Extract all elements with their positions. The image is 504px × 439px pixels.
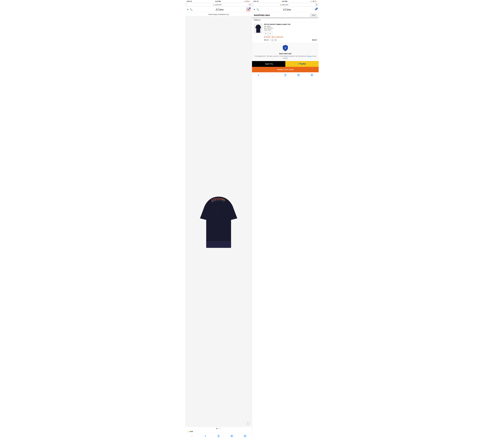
nav-bar-left: ≡ 🔍 J.Crew 🛍 1 (185, 7, 252, 12)
edit-item-button[interactable]: ✎ (264, 32, 268, 36)
refresh-btn-left[interactable]: ↻ (249, 4, 251, 6)
lightning-badge-icon: ⚡ (187, 431, 189, 432)
paypal-button[interactable]: P PayPal (285, 61, 319, 67)
dot-1[interactable] (216, 428, 217, 429)
svg-rect-26 (206, 242, 231, 248)
rewards-title: Don't miss out! (254, 53, 317, 55)
url-bar-right[interactable]: 🔒 jcrew.com (253, 3, 315, 6)
svg-point-7 (221, 198, 222, 199)
cart-badge-right: 1 (316, 8, 318, 9)
svg-point-35 (259, 25, 259, 25)
back-button-right[interactable] (252, 74, 265, 76)
nav-bar-right: ≡ 🔍 J.Crew 🛍 1 (252, 7, 319, 12)
search-icon-right[interactable]: 🔍 (256, 8, 259, 11)
svg-point-11 (214, 200, 214, 201)
battery-fill (247, 1, 247, 2)
forward-button-left[interactable] (199, 435, 212, 437)
lightning-icon-right: ⚡ (316, 1, 317, 2)
carrier-right: AT&T 4G (253, 1, 258, 2)
price-row: $98.00 x 1 ▾ $98.00 (264, 39, 317, 41)
hamburger-icon[interactable]: ≡ (187, 8, 189, 11)
left-phone: AT&T 4G 3:47 PM ⇗ ✦ ⚡ 🔒 jcrew.com ↻ ≡ (185, 0, 252, 439)
in-stock-badge: IN STOCK - ONLY A FEW LEFT (264, 36, 317, 38)
new-badge-label: NEW (190, 431, 193, 432)
checkout-button[interactable]: CHECK OUT NOW (252, 67, 319, 72)
status-icons-left: ⇗ ✦ ⚡ (244, 1, 251, 2)
time-left: 3:47 PM (215, 0, 221, 2)
apple-pay-label: Apple Pay (265, 63, 273, 65)
svg-point-15 (220, 199, 221, 200)
svg-point-18 (212, 202, 213, 202)
print-button[interactable]: PRINT (310, 14, 317, 17)
cart-badge-left: 1 (249, 7, 251, 9)
svg-point-10 (212, 201, 213, 201)
svg-point-6 (220, 198, 220, 199)
paypal-label: PayPal (300, 63, 306, 65)
bottom-nav-left (185, 433, 252, 439)
rewards-section: J Don't miss out! Free shipping (24/7, 3… (252, 43, 319, 61)
paypal-p-icon: P (298, 63, 300, 65)
bottom-nav-right (252, 72, 319, 78)
svg-point-34 (258, 25, 258, 25)
lightning-icon: ⚡ (249, 1, 251, 2)
hamburger-icon-right[interactable]: ≡ (254, 8, 255, 11)
lock-icon-right: 🔒 (280, 4, 282, 5)
forward-button-right[interactable] (265, 74, 279, 76)
svg-point-19 (213, 201, 214, 202)
remove-icon: ✕ (270, 33, 271, 34)
item-price: $98.00 (264, 39, 269, 41)
svg-point-2 (213, 199, 214, 200)
svg-point-5 (218, 198, 219, 199)
browser-bar-right: 🔒 jcrew.com ↻ (252, 3, 319, 7)
rewards-shield-icon: J (283, 45, 288, 51)
svg-point-9 (225, 200, 226, 201)
tabs-button-right[interactable] (305, 74, 319, 76)
cart-item-number: Item J8140 (264, 26, 317, 27)
svg-point-12 (215, 199, 216, 200)
cart-item: PETITE DRAPEY EMBELLISHED TOP Item J8140… (252, 22, 319, 43)
share-button-right[interactable] (279, 74, 292, 76)
battery-icon-left (247, 1, 249, 2)
tabs-button-left[interactable] (239, 435, 252, 437)
quantity-value: 1 (272, 39, 273, 41)
svg-point-3 (214, 198, 215, 199)
status-bar-right: AT&T 4G 3:47 PM ⇗ ✦ ⚡ (252, 0, 319, 3)
cart-item-color: Color: NAVY (264, 29, 317, 31)
cart-button-right[interactable]: 🛍 1 (315, 8, 317, 11)
cart-button-left[interactable]: 🛍 1 (247, 8, 250, 11)
payment-buttons: Apple Pay P PayPal (252, 61, 319, 67)
url-text-left: jcrew.com (215, 4, 222, 6)
remove-item-button[interactable]: ✕ (268, 32, 272, 36)
bookmarks-button-right[interactable] (292, 74, 305, 76)
bookmarks-button-left[interactable] (225, 435, 239, 437)
quantity-selector[interactable]: 1 ▾ (271, 39, 277, 41)
dot-2[interactable] (218, 428, 219, 429)
cart-item-size: Size: PETITE 4 (264, 27, 317, 29)
back-button-left[interactable] (185, 435, 199, 437)
search-icon-left[interactable]: 🔍 (190, 8, 193, 11)
svg-point-16 (222, 199, 223, 200)
bluetooth-icon: ✦ (245, 1, 246, 2)
share-button-left[interactable] (212, 435, 225, 437)
chevron-down-icon: ▾ (275, 39, 276, 41)
svg-point-14 (219, 199, 219, 199)
refresh-btn-right[interactable]: ↻ (316, 4, 317, 6)
expand-button[interactable] (246, 421, 251, 426)
svg-point-17 (224, 200, 225, 201)
times-symbol: x (270, 39, 270, 41)
nav-right-right: 🛍 1 (315, 8, 317, 11)
apple-pay-button[interactable]: Apple Pay (252, 61, 285, 67)
svg-point-8 (223, 199, 224, 200)
dot-3[interactable] (220, 428, 221, 429)
cart-item-thumbnail (254, 24, 263, 34)
url-bar-left[interactable]: 🔒 jcrew.com (187, 3, 248, 6)
svg-rect-37 (256, 32, 260, 33)
items-count: ITEMS (1) (252, 18, 319, 22)
shopping-bag-header: SHOPPING BAG PRINT (252, 12, 319, 18)
status-bar-left: AT&T 4G 3:47 PM ⇗ ✦ ⚡ (185, 0, 252, 3)
item-total: $98.00 (312, 39, 317, 41)
svg-point-31 (257, 25, 257, 25)
bluetooth-icon-right: ✦ (312, 1, 313, 2)
rewards-signup-link[interactable]: Sign up (307, 55, 312, 57)
cart-item-name: PETITE DRAPEY EMBELLISHED TOP (264, 24, 317, 25)
